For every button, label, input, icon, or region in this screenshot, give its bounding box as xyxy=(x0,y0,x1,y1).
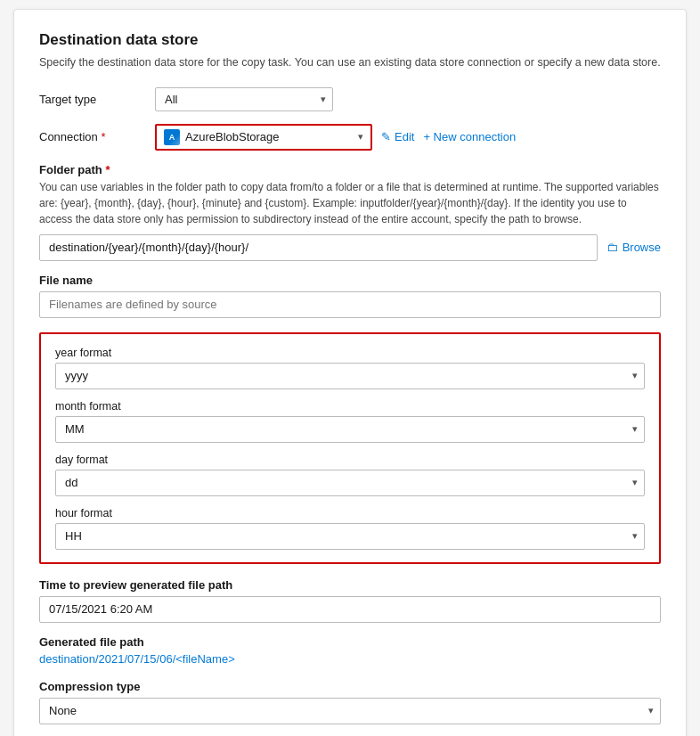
compression-type-select[interactable]: None xyxy=(39,698,661,724)
day-format-select-wrapper: dd ▾ xyxy=(55,470,645,496)
new-connection-label: + New connection xyxy=(423,130,516,143)
compression-section: Compression type None ▾ xyxy=(39,680,661,724)
browse-label: Browse xyxy=(623,241,661,254)
day-format-label: day format xyxy=(55,454,645,466)
target-type-row: Target type All ▾ xyxy=(39,87,661,111)
connection-label: Connection xyxy=(39,130,155,143)
folder-path-input[interactable] xyxy=(39,234,598,261)
month-format-select[interactable]: MM xyxy=(55,416,645,443)
new-connection-link[interactable]: + New connection xyxy=(423,130,516,143)
generated-path-value: destination/2021/07/15/06/<fileName> xyxy=(39,652,661,666)
compression-select-wrapper: None ▾ xyxy=(39,698,661,724)
folder-icon: 🗀 xyxy=(606,241,618,254)
time-preview-row: Time to preview generated file path xyxy=(39,578,661,623)
target-type-control: All ▾ xyxy=(155,87,661,111)
folder-path-row: 🗀 Browse xyxy=(39,234,661,261)
hour-format-label: hour format xyxy=(55,507,645,519)
folder-path-desc: You can use variables in the folder path… xyxy=(39,179,661,227)
page-subtitle: Specify the destination data store for t… xyxy=(39,54,661,71)
target-type-select[interactable]: All xyxy=(155,87,333,111)
target-type-label: Target type xyxy=(39,93,155,106)
month-format-select-wrapper: MM ▾ xyxy=(55,416,645,443)
azure-blob-icon: A xyxy=(164,129,180,145)
file-name-input[interactable] xyxy=(39,291,661,318)
compression-type-label: Compression type xyxy=(39,680,661,693)
hour-format-row: hour format HH ▾ xyxy=(55,507,645,550)
edit-label: Edit xyxy=(395,130,414,143)
year-format-row: year format yyyy ▾ xyxy=(55,347,645,389)
day-format-row: day format dd ▾ xyxy=(55,454,645,496)
connection-row: Connection A AzureBlobStorage ▾ ✎ Edit +… xyxy=(39,124,661,151)
hour-format-select[interactable]: HH xyxy=(55,523,645,550)
generated-path-label: Generated file path xyxy=(39,635,661,649)
folder-path-label: Folder path * xyxy=(39,163,661,176)
year-format-select[interactable]: yyyy xyxy=(55,363,645,389)
edit-link[interactable]: ✎ Edit xyxy=(381,130,414,143)
day-format-select[interactable]: dd xyxy=(55,470,645,496)
month-format-row: month format MM ▾ xyxy=(55,400,645,443)
year-format-label: year format xyxy=(55,347,645,359)
month-format-label: month format xyxy=(55,400,645,413)
time-preview-input[interactable] xyxy=(39,596,661,623)
edit-icon: ✎ xyxy=(381,130,391,143)
hour-format-select-wrapper: HH ▾ xyxy=(55,523,645,550)
time-preview-label: Time to preview generated file path xyxy=(39,578,661,592)
connection-control: A AzureBlobStorage ▾ ✎ Edit + New connec… xyxy=(155,124,661,151)
year-format-select-wrapper: yyyy ▾ xyxy=(55,363,645,389)
target-type-select-wrapper: All ▾ xyxy=(155,87,333,111)
browse-button[interactable]: 🗀 Browse xyxy=(606,241,661,254)
file-name-section: File name xyxy=(39,274,661,332)
format-box: year format yyyy ▾ month format MM ▾ day… xyxy=(39,332,661,564)
connection-name-text: AzureBlobStorage xyxy=(185,130,353,143)
generated-path-section: Generated file path destination/2021/07/… xyxy=(39,635,661,666)
file-name-label: File name xyxy=(39,274,661,287)
page-title: Destination data store xyxy=(39,31,661,49)
connection-select-box[interactable]: A AzureBlobStorage ▾ xyxy=(155,124,372,151)
folder-path-section: Folder path * You can use variables in t… xyxy=(39,163,661,261)
connection-chevron-icon: ▾ xyxy=(358,131,363,143)
